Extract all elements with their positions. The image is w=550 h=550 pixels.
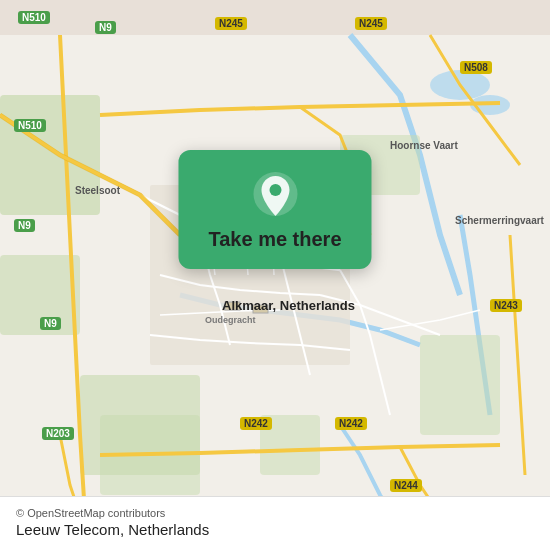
location-pin-icon — [251, 170, 299, 218]
take-me-there-button[interactable]: Take me there — [208, 228, 341, 251]
bottom-bar: © OpenStreetMap contributors Leeuw Telec… — [0, 496, 550, 550]
svg-rect-7 — [420, 335, 500, 435]
svg-rect-3 — [0, 95, 100, 215]
map-container: N510 N9 N245 N245 N508 N510 Steelsoot N9… — [0, 0, 550, 550]
svg-rect-11 — [225, 302, 240, 310]
svg-rect-12 — [253, 305, 268, 313]
svg-rect-4 — [0, 255, 80, 335]
map-svg — [0, 0, 550, 550]
popup-card[interactable]: Take me there — [178, 150, 371, 269]
location-label: Leeuw Telecom, Netherlands — [16, 521, 534, 538]
attribution-text: © OpenStreetMap contributors — [16, 507, 534, 519]
svg-rect-9 — [260, 415, 320, 475]
svg-point-14 — [269, 184, 281, 196]
